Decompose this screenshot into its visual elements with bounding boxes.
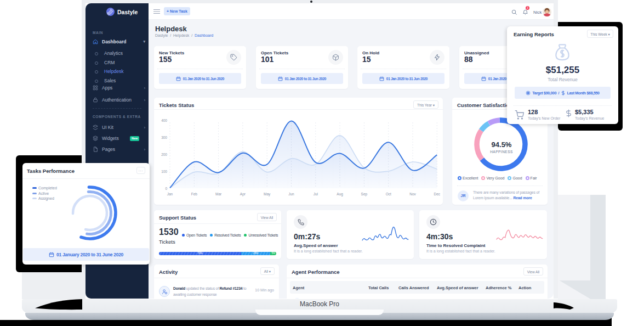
svg-text:Jan: Jan [167,192,173,196]
svg-text:Dec: Dec [434,192,441,196]
svg-text:Sep: Sep [361,192,368,196]
svg-text:May: May [264,192,271,196]
svg-text:400: 400 [161,119,167,122]
svg-text:Aug: Aug [337,192,343,196]
svg-text:200: 200 [161,153,167,156]
svg-text:Apr: Apr [240,192,246,196]
svg-text:Nov: Nov [409,192,416,196]
svg-text:Mar: Mar [215,192,222,196]
svg-text:100: 100 [161,170,167,173]
svg-text:0: 0 [165,187,167,190]
svg-text:Feb: Feb [191,192,198,196]
svg-text:Jun: Jun [288,192,294,196]
svg-text:Oct: Oct [386,192,391,196]
svg-text:300: 300 [161,136,167,139]
svg-text:Jul: Jul [314,192,318,196]
